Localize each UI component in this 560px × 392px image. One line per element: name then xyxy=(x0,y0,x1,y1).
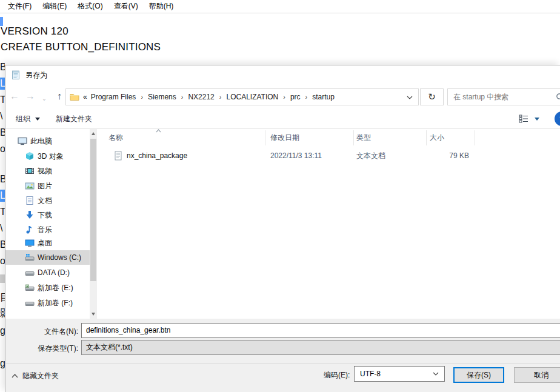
column-header-date[interactable]: 修改日期 xyxy=(270,133,299,143)
breadcrumb-item[interactable]: startup xyxy=(312,93,335,101)
filename-input[interactable]: definitions_china_gear.btn xyxy=(81,323,560,338)
forward-icon[interactable]: → xyxy=(24,88,37,105)
background-text-fragment: L xyxy=(0,78,5,90)
chevron-up-icon xyxy=(12,374,18,378)
breadcrumb-overflow[interactable]: « xyxy=(83,93,87,101)
music-icon xyxy=(25,225,35,234)
menu-help[interactable]: 帮助(H) xyxy=(144,0,179,13)
dialog-titlebar[interactable]: 另存为 xyxy=(5,65,560,85)
breadcrumb-separator-icon: › xyxy=(219,93,222,101)
scroll-up-icon[interactable] xyxy=(92,132,95,135)
sidebar-item-music[interactable]: 音乐 xyxy=(5,222,90,237)
notepad-icon xyxy=(11,70,21,80)
drive-media-icon xyxy=(25,283,35,293)
sort-ascending-icon[interactable] xyxy=(156,129,161,133)
view-mode-icon[interactable] xyxy=(519,115,529,123)
file-type: 文本文档 xyxy=(356,148,385,164)
menu-file[interactable]: 文件(F) xyxy=(2,0,37,13)
sidebar-item-label: 音乐 xyxy=(38,225,52,235)
sidebar-item-pictures[interactable]: 图片 xyxy=(5,179,90,193)
menu-edit[interactable]: 编辑(E) xyxy=(37,0,72,13)
sidebar-item-downloads[interactable]: 下载 xyxy=(5,208,90,222)
breadcrumb-separator-icon: › xyxy=(283,93,285,101)
hide-folders-button[interactable]: 隐藏文件夹 xyxy=(12,370,59,382)
background-text-fragment: o xyxy=(0,143,5,155)
breadcrumb-separator-icon: › xyxy=(141,93,143,101)
sidebar-item-label: 3D 对象 xyxy=(38,151,64,162)
savetype-label: 保存类型(T): xyxy=(5,344,78,354)
column-divider[interactable] xyxy=(265,130,265,145)
breadcrumb-item[interactable]: Program Files xyxy=(91,93,136,101)
screen: 文件(F) 编辑(E) 格式(O) 查看(V) 帮助(H) VERSION 12… xyxy=(0,0,560,392)
file-name: nx_china_package xyxy=(127,148,187,164)
folder-icon xyxy=(70,92,79,102)
encoding-select[interactable]: UTF-8 xyxy=(354,366,445,382)
hide-folders-label: 隐藏文件夹 xyxy=(22,371,59,381)
back-icon[interactable]: ← xyxy=(8,88,21,105)
sidebar-item-3d-objects[interactable]: 3D 对象 xyxy=(5,149,90,164)
3d-objects-icon xyxy=(25,151,35,161)
breadcrumb-separator-icon: › xyxy=(181,93,184,101)
background-text-fragment: 目 xyxy=(0,291,5,304)
sidebar-item-label: 图片 xyxy=(38,181,52,191)
history-chevron-icon[interactable]: ⌄ xyxy=(39,90,49,107)
search-icon xyxy=(556,93,560,101)
sidebar-item-videos[interactable]: 视频 xyxy=(5,164,90,178)
menu-view[interactable]: 查看(V) xyxy=(108,0,144,13)
new-folder-button[interactable]: 新建文件夹 xyxy=(56,109,92,128)
help-button[interactable]: ? xyxy=(555,111,560,126)
background-text-fragment: o xyxy=(0,255,5,267)
breadcrumb-item[interactable]: prc xyxy=(290,93,301,101)
background-text-fragment: T xyxy=(0,206,5,218)
command-toolbar: 组织 新建文件夹 ? xyxy=(5,109,560,129)
address-bar[interactable]: « Program Files › Siemens › NX2212 › LOC… xyxy=(65,88,419,105)
column-divider[interactable] xyxy=(426,130,427,145)
encoding-label: 编码(E): xyxy=(324,370,350,380)
sidebar-item-label: 新加卷 (E:) xyxy=(38,283,73,293)
dialog-title: 另存为 xyxy=(25,65,47,85)
desktop-icon xyxy=(25,238,35,248)
column-divider[interactable] xyxy=(353,130,354,145)
search-box[interactable]: 在 startup 中搜索 xyxy=(447,88,560,105)
background-text-fragment: L xyxy=(0,190,5,202)
drive-windows-icon xyxy=(25,253,35,262)
save-button[interactable]: 保存(S) xyxy=(453,367,504,383)
column-divider[interactable] xyxy=(475,130,475,145)
breadcrumb-item[interactable]: Siemens xyxy=(148,93,176,101)
file-row[interactable]: nx_china_package 2022/11/3 13:11 文本文档 79… xyxy=(97,148,560,164)
scroll-down-icon[interactable] xyxy=(92,313,95,316)
address-dropdown-icon[interactable] xyxy=(407,96,413,99)
sidebar-item-windows-c[interactable]: Windows (C:) xyxy=(5,250,90,265)
notepad-text-line: CREATE BUTTON_DEFINITIONS xyxy=(1,41,161,53)
sidebar-item-label: 视频 xyxy=(38,166,52,176)
menu-format[interactable]: 格式(O) xyxy=(72,0,108,13)
up-icon[interactable]: ↑ xyxy=(53,88,66,105)
organize-button[interactable]: 组织 xyxy=(16,109,30,128)
background-text-fragment: g xyxy=(0,357,5,370)
savetype-select[interactable]: 文本文档(*.txt) xyxy=(81,340,560,355)
column-header-name[interactable]: 名称 xyxy=(108,133,123,143)
breadcrumb-separator-icon: › xyxy=(305,93,308,101)
documents-icon xyxy=(25,196,35,205)
sidebar-item-data-d[interactable]: DATA (D:) xyxy=(5,265,90,280)
breadcrumb-item[interactable]: NX2212 xyxy=(188,93,214,101)
background-text-fragment: B xyxy=(0,173,5,185)
cancel-button[interactable]: 取消 xyxy=(514,367,560,383)
column-header-type[interactable]: 类型 xyxy=(356,133,371,143)
view-mode-dropdown-icon[interactable] xyxy=(535,118,539,121)
scrollbar-thumb[interactable] xyxy=(90,139,96,281)
sidebar-item-documents[interactable]: 文档 xyxy=(5,193,90,208)
sidebar-item-this-pc[interactable]: 此电脑 xyxy=(5,134,90,148)
column-header-size[interactable]: 大小 xyxy=(430,133,444,143)
breadcrumb-item[interactable]: LOCALIZATION xyxy=(226,93,278,101)
sidebar-item-desktop[interactable]: 桌面 xyxy=(5,236,90,250)
pictures-icon xyxy=(25,181,35,191)
sidebar-item-new-volume-e[interactable]: 新加卷 (E:) xyxy=(5,281,90,295)
organize-dropdown-icon[interactable] xyxy=(35,118,40,121)
drive-icon xyxy=(25,268,35,277)
text-file-icon xyxy=(113,151,123,161)
refresh-button[interactable]: ↻ xyxy=(420,88,444,105)
sidebar-scrollbar[interactable] xyxy=(90,129,97,319)
sidebar-item-new-volume-f[interactable]: 新加卷 (F:) xyxy=(5,296,90,310)
drive-icon xyxy=(25,298,35,308)
